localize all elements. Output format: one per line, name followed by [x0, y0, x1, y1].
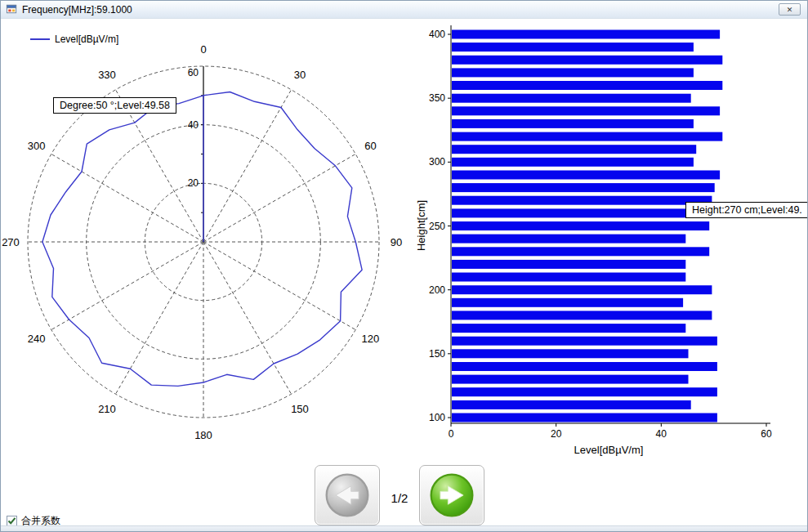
svg-text:0: 0 — [200, 43, 206, 56]
svg-text:60: 60 — [188, 67, 199, 78]
svg-text:210: 210 — [98, 403, 116, 415]
svg-text:40: 40 — [656, 428, 667, 440]
bar-chart-xlabel: Level[dBµV/m] — [574, 444, 644, 456]
window-title: Frequency[MHz]:59.1000 — [22, 1, 132, 19]
window-bottom-strip — [1, 525, 807, 531]
svg-text:90: 90 — [391, 236, 402, 248]
svg-text:100: 100 — [429, 412, 445, 423]
bar-chart-ylabel: Height[cm] — [415, 200, 427, 251]
next-page-button[interactable] — [419, 465, 484, 525]
svg-text:300: 300 — [28, 140, 46, 152]
svg-text:150: 150 — [429, 348, 445, 360]
svg-text:200: 200 — [429, 284, 445, 296]
svg-text:330: 330 — [98, 69, 116, 81]
svg-text:20: 20 — [551, 428, 562, 440]
checkbox-check-icon — [7, 516, 16, 525]
svg-text:250: 250 — [429, 221, 445, 232]
svg-text:300: 300 — [429, 156, 445, 168]
svg-text:350: 350 — [429, 92, 445, 104]
arrow-left-icon — [323, 471, 372, 520]
svg-text:240: 240 — [28, 333, 46, 345]
close-icon: ✕ — [787, 6, 793, 14]
prev-page-button[interactable] — [315, 465, 380, 525]
svg-text:0: 0 — [449, 428, 454, 440]
close-button[interactable]: ✕ — [779, 3, 801, 16]
svg-text:400: 400 — [429, 29, 445, 40]
page-indicator: 1/2 — [380, 491, 419, 505]
svg-text:60: 60 — [761, 428, 772, 440]
svg-text:180: 180 — [194, 429, 212, 441]
bar-chart[interactable]: Height[cm] Level[dBµV/m] 100150200250300… — [413, 19, 808, 464]
polar-tooltip: Degree:50 °;Level:49.58 — [53, 97, 176, 114]
svg-text:40: 40 — [188, 119, 199, 131]
svg-text:270: 270 — [2, 236, 20, 248]
svg-text:120: 120 — [362, 333, 380, 345]
svg-text:30: 30 — [294, 69, 306, 81]
app-icon — [6, 3, 18, 16]
svg-text:60: 60 — [364, 140, 376, 152]
title-bar: Frequency[MHz]:59.1000 ✕ — [1, 1, 807, 19]
bar-tooltip: Height:270 cm;Level:49. — [685, 202, 808, 218]
svg-text:150: 150 — [291, 403, 309, 415]
app-window: Frequency[MHz]:59.1000 ✕ Level[dBµV/m] 0… — [0, 0, 808, 532]
svg-text:20: 20 — [188, 177, 199, 189]
arrow-right-icon — [427, 471, 476, 520]
polar-chart[interactable]: 0306090120150180210240270300330204060 — [1, 19, 413, 464]
